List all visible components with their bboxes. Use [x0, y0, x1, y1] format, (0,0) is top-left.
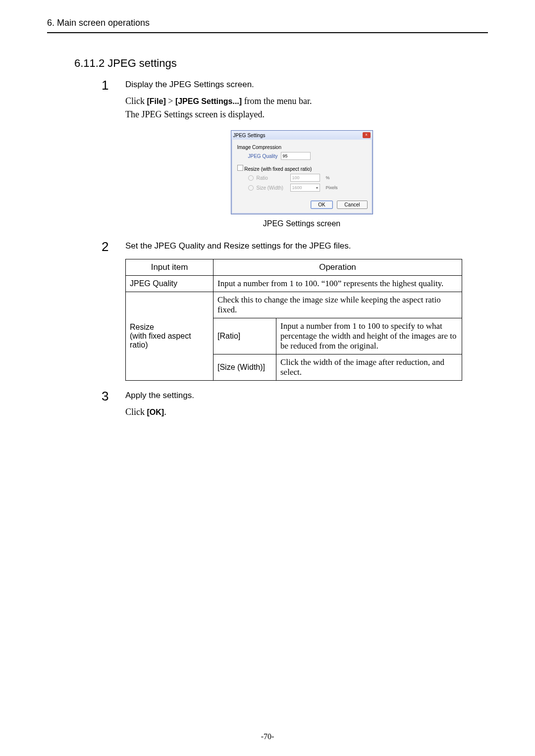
step-body: Click [File] > [JPEG Settings...] from t…	[125, 95, 478, 121]
input-ratio[interactable]: 100	[290, 174, 320, 182]
label-jpeg-quality: JPEG Quality	[248, 153, 278, 159]
cell-resize-check: Check this to change the image size whil…	[214, 292, 462, 318]
label-ratio: Ratio	[257, 175, 287, 181]
radio-ratio[interactable]	[248, 175, 254, 181]
figure-jpeg-settings: JPEG Settings x Image Compression JPEG Q…	[125, 130, 478, 228]
cancel-button[interactable]: Cancel	[337, 201, 367, 209]
menu-file: [File]	[147, 97, 166, 105]
step-3: 3 Apply the settings. Click [OK].	[102, 390, 478, 419]
th-operation: Operation	[214, 259, 462, 276]
ok-ref: [OK]	[147, 408, 164, 416]
running-header: 6. Main screen operations	[47, 18, 488, 33]
figure-caption: JPEG Settings screen	[125, 219, 478, 228]
step-2: 2 Set the JPEG Quality and Resize settin…	[102, 240, 478, 381]
step-heading: Apply the settings.	[125, 391, 478, 401]
ok-button[interactable]: OK	[311, 201, 332, 209]
step-heading: Set the JPEG Quality and Resize settings…	[125, 241, 478, 251]
menu-jpeg-settings: [JPEG Settings...]	[175, 97, 242, 105]
label-size: Size (Width)	[257, 185, 287, 191]
dialog-jpeg-settings: JPEG Settings x Image Compression JPEG Q…	[231, 130, 373, 214]
window-controls[interactable]: x	[363, 132, 371, 138]
cell-jpeg-quality-op: Input a number from 1 to 100. “100” repr…	[214, 276, 462, 292]
chevron-down-icon: ▾	[316, 186, 318, 190]
text: Click	[125, 96, 147, 106]
suffix-pixels: Pixels	[326, 185, 338, 190]
suffix-percent: %	[326, 175, 330, 180]
cell-ratio-label: [Ratio]	[214, 318, 276, 354]
checkbox-resize[interactable]	[237, 165, 243, 171]
text: .	[164, 407, 166, 417]
step-number: 3	[102, 390, 125, 403]
section-title: 6.11.2 JPEG settings	[74, 57, 488, 70]
close-icon[interactable]: x	[363, 132, 371, 138]
cell-size-op: Click the width of the image after reduc…	[276, 354, 462, 381]
text: Click	[125, 407, 147, 417]
settings-table: Input item Operation JPEG Quality Input …	[125, 259, 462, 381]
step-number: 2	[102, 240, 125, 253]
text: from the menu bar.	[242, 96, 312, 106]
group-image-compression: Image Compression	[237, 145, 367, 150]
label-resize: Resize (with fixed aspect ratio)	[244, 166, 312, 172]
radio-size[interactable]	[248, 185, 254, 191]
dialog-title: JPEG Settings	[233, 133, 266, 138]
step-number: 1	[102, 79, 125, 92]
text: The JPEG Settings screen is displayed.	[125, 109, 265, 119]
cell-ratio-op: Input a number from 1 to 100 to specify …	[276, 318, 462, 354]
step-heading: Display the JPEG Settings screen.	[125, 80, 478, 90]
input-jpeg-quality[interactable]: 95	[281, 152, 311, 160]
th-input-item: Input item	[126, 259, 214, 276]
text: >	[166, 96, 175, 106]
row-resize: Resize (with fixed aspect ratio)	[126, 292, 214, 381]
select-size-value: 1600	[292, 185, 302, 190]
select-size[interactable]: 1600 ▾	[290, 184, 320, 192]
cell-size-label: [Size (Width)]	[214, 354, 276, 381]
step-body: Click [OK].	[125, 405, 478, 419]
step-1: 1 Display the JPEG Settings screen. Clic…	[102, 79, 478, 233]
row-jpeg-quality: JPEG Quality	[126, 276, 214, 292]
page-number: -70-	[0, 732, 535, 741]
